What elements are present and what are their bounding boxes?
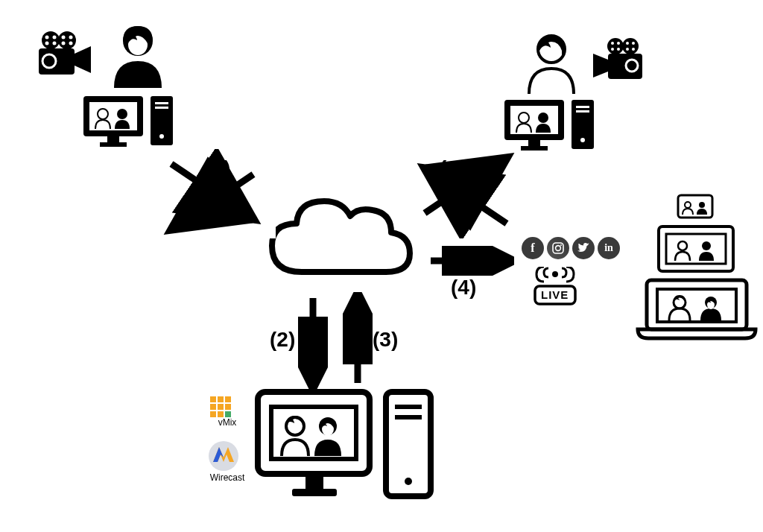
arrow-label-4: (4): [451, 276, 476, 300]
arrow-label-1-right: (1): [440, 156, 465, 180]
arrow-label-1-left: (1): [205, 156, 230, 180]
svg-rect-28: [155, 107, 168, 109]
wirecast-label: Wirecast: [207, 472, 247, 483]
svg-rect-88: [218, 396, 224, 402]
svg-point-34: [611, 42, 614, 45]
vmix-label: vMix: [209, 417, 246, 428]
svg-rect-97: [553, 243, 563, 253]
wirecast-badge: Wirecast: [207, 440, 247, 483]
svg-rect-51: [576, 106, 589, 108]
svg-point-8: [62, 36, 66, 39]
svg-rect-87: [210, 396, 216, 402]
svg-marker-32: [593, 54, 608, 77]
svg-rect-95: [225, 411, 231, 417]
svg-point-36: [611, 48, 614, 51]
svg-point-37: [617, 48, 620, 51]
svg-point-104: [699, 202, 705, 208]
svg-point-49: [538, 113, 548, 123]
svg-rect-78: [305, 475, 323, 489]
arrow-label-2: (2): [270, 328, 295, 352]
svg-rect-92: [225, 404, 231, 410]
svg-point-4: [53, 36, 57, 39]
desktop-filled-icon: [503, 97, 600, 156]
bidirectional-arrow-icon: [402, 149, 529, 238]
person-outline-icon: [522, 30, 581, 97]
svg-point-29: [159, 134, 164, 139]
svg-rect-76: [258, 392, 370, 474]
svg-rect-22: [107, 136, 119, 142]
svg-rect-45: [510, 106, 558, 134]
live-badge: LIVE: [529, 267, 581, 307]
twitter-icon: [572, 237, 595, 259]
svg-point-103: [685, 202, 691, 208]
svg-point-99: [560, 244, 562, 246]
svg-point-7: [58, 31, 76, 49]
instagram-icon: [547, 237, 569, 259]
svg-point-25: [117, 109, 127, 119]
svg-point-53: [580, 138, 585, 142]
svg-rect-23: [100, 142, 127, 147]
viewer-devices: [633, 194, 760, 343]
svg-rect-89: [225, 396, 231, 402]
svg-point-33: [607, 38, 624, 54]
diagram-canvas: { "labels": { "arrow1_left": "(1)", "arr…: [0, 0, 763, 532]
arrow-down-icon: [298, 292, 328, 389]
svg-point-96: [209, 441, 238, 471]
svg-point-39: [626, 42, 629, 45]
svg-point-86: [405, 478, 412, 485]
desktop-outline-icon: [253, 387, 440, 514]
arrow-up-icon: [343, 292, 373, 389]
svg-point-42: [632, 48, 635, 51]
svg-point-10: [62, 42, 66, 45]
svg-point-6: [53, 42, 57, 45]
svg-point-11: [69, 42, 73, 45]
svg-point-41: [626, 48, 629, 51]
svg-point-108: [702, 241, 711, 250]
vmix-badge: vMix: [209, 395, 246, 428]
svg-marker-1: [75, 46, 91, 73]
social-icons-row: f in: [522, 237, 620, 259]
svg-rect-27: [155, 102, 168, 104]
svg-rect-21: [89, 102, 137, 130]
arrow-label-3: (3): [373, 328, 398, 352]
svg-rect-91: [218, 404, 224, 410]
live-text: LIVE: [541, 288, 569, 301]
svg-rect-52: [576, 110, 589, 113]
video-camera-icon: [589, 37, 647, 86]
desktop-filled-icon: [82, 93, 179, 153]
svg-rect-77: [271, 407, 356, 459]
linkedin-icon: in: [598, 237, 620, 259]
svg-point-98: [556, 246, 561, 251]
participant-1: [37, 30, 97, 82]
svg-point-100: [552, 271, 558, 277]
svg-rect-94: [218, 411, 224, 417]
svg-rect-93: [210, 411, 216, 417]
svg-rect-90: [210, 404, 216, 410]
arrow-right-icon: [425, 246, 514, 276]
svg-rect-46: [528, 140, 540, 146]
cloud-icon: [261, 186, 417, 291]
svg-point-5: [45, 42, 49, 45]
person-filled-icon: [108, 22, 168, 89]
svg-point-107: [678, 241, 687, 250]
svg-point-38: [622, 38, 639, 54]
svg-point-9: [69, 36, 73, 39]
video-camera-icon: [37, 30, 97, 82]
facebook-icon: f: [522, 237, 544, 259]
svg-point-3: [45, 36, 49, 39]
svg-rect-79: [292, 489, 337, 496]
svg-point-2: [42, 31, 60, 49]
svg-point-35: [617, 42, 620, 45]
svg-point-40: [632, 42, 635, 45]
